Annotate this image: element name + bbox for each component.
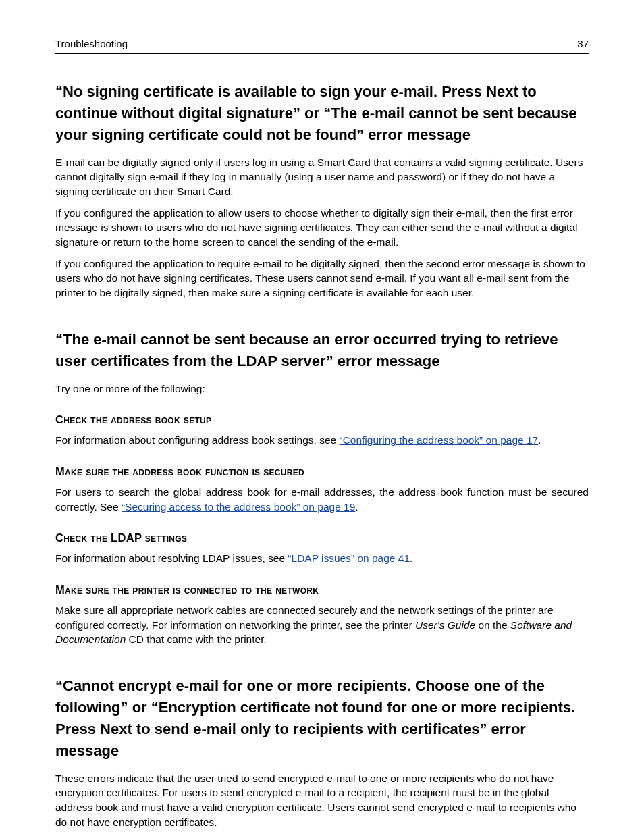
subheading-printer-network: Make sure the printer is connected to th… xyxy=(55,583,589,596)
body-paragraph: E‑mail can be digitally signed only if u… xyxy=(55,155,589,199)
body-paragraph: If you configured the application to req… xyxy=(55,257,589,301)
section-heading-cannot-encrypt: “Cannot encrypt e‑mail for one or more r… xyxy=(55,675,589,762)
body-paragraph: These errors indicate that the user trie… xyxy=(55,771,589,830)
link-securing-address-book[interactable]: “Securing access to the address book” on… xyxy=(122,501,355,513)
body-paragraph: Try one or more of the following: xyxy=(55,382,589,396)
section-heading-signing-cert: “No signing certificate is available to … xyxy=(55,81,589,146)
section-heading-ldap-error: “The e‑mail cannot be sent because an er… xyxy=(55,329,589,372)
body-text: . xyxy=(538,434,541,446)
running-header: Troubleshooting 37 xyxy=(55,38,589,54)
body-text: . xyxy=(410,552,412,564)
document-page: Troubleshooting 37 “No signing certifica… xyxy=(0,0,644,834)
link-configuring-address-book[interactable]: “Configuring the address book” on page 1… xyxy=(339,434,538,446)
subheading-check-ldap: Check the LDAP settings xyxy=(55,531,589,544)
body-text: on the xyxy=(475,619,510,631)
header-page-number: 37 xyxy=(577,38,589,49)
subheading-check-address-book: Check the address book setup xyxy=(55,413,589,426)
link-ldap-issues[interactable]: “LDAP issues” on page 41 xyxy=(288,552,410,564)
body-paragraph: If you configured the application to all… xyxy=(55,206,589,250)
body-text: CD that came with the printer. xyxy=(126,633,266,645)
body-text: . xyxy=(355,501,358,513)
book-title-users-guide: User's Guide xyxy=(415,619,475,631)
body-text: For information about configuring addres… xyxy=(55,434,339,446)
body-paragraph: Make sure all appropriate network cables… xyxy=(55,603,589,647)
body-paragraph: For information about configuring addres… xyxy=(55,433,589,448)
header-section-name: Troubleshooting xyxy=(55,38,128,49)
body-paragraph: For information about resolving LDAP iss… xyxy=(55,551,589,566)
body-text: For information about resolving LDAP iss… xyxy=(55,552,288,564)
subheading-address-book-secured: Make sure the address book function is s… xyxy=(55,465,589,478)
body-paragraph: For users to search the global address b… xyxy=(55,485,589,514)
